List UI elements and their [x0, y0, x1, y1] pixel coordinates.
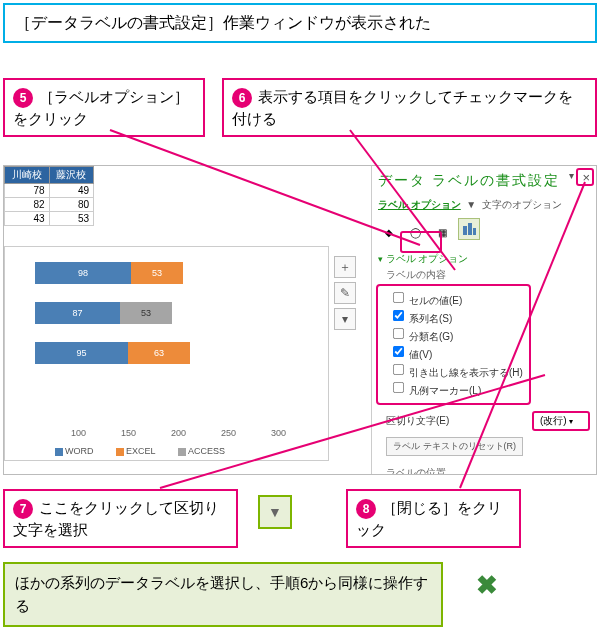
effects-icon[interactable]: ◯	[405, 222, 427, 244]
format-data-labels-pane: データ ラベルの書式設定 ▾ × ラベル オプション ▼ 文字のオプション ◆ …	[371, 166, 596, 474]
bar-segment-word: 95	[35, 342, 128, 364]
bar-row: 98 53	[35, 259, 328, 287]
size-props-icon[interactable]: ▦	[432, 222, 454, 244]
dropdown-icon: ▼	[258, 495, 292, 529]
chk-cell-value[interactable]: セルの値(E)	[392, 291, 523, 308]
axis-tick: 100	[71, 428, 86, 438]
callout-step-7: 7 ここをクリックして区切り文字を選択	[3, 489, 238, 548]
callout-pane-shown: ［データラベルの書式設定］作業ウィンドウが表示された	[3, 3, 597, 43]
callout-step-5: 5 ［ラベルオプション］をクリック	[3, 78, 205, 137]
chart-styles-button[interactable]: ✎	[334, 282, 356, 304]
section-label-options[interactable]: ラベル オプション	[378, 252, 590, 266]
callout-7-text: ここをクリックして区切り文字を選択	[13, 499, 219, 538]
cell[interactable]: 78	[5, 184, 50, 198]
svg-rect-2	[473, 228, 476, 235]
label-options-icon[interactable]	[458, 218, 480, 240]
callout-step-6: 6 表示する項目をクリックしてチェックマークを付ける	[222, 78, 597, 137]
bar-segment-excel: 63	[128, 342, 190, 364]
separator-dropdown[interactable]: (改行) ▾	[532, 411, 590, 431]
callout-6-text: 表示する項目をクリックしてチェックマークを付ける	[232, 88, 573, 127]
separator-label: 区切り文字(E)	[386, 414, 532, 428]
bar-row: 95 63	[35, 339, 328, 367]
col-header: 川崎校	[5, 167, 50, 184]
bar-segment-excel: 53	[131, 262, 183, 284]
cell[interactable]: 49	[49, 184, 94, 198]
legend-item: WORD	[65, 446, 94, 456]
chk-legend-key[interactable]: 凡例マーカー(L)	[392, 381, 523, 398]
callout-repeat-steps: ほかの系列のデータラベルを選択し、手順6から同様に操作する	[3, 562, 443, 627]
axis-tick: 250	[221, 428, 236, 438]
axis-tick: 300	[271, 428, 286, 438]
callout-step-8: 8 ［閉じる］をクリック	[346, 489, 521, 548]
chk-label: セルの値(E)	[409, 295, 462, 306]
bar-chart[interactable]: 98 53 87 53 95 63 100 150 200 250 300 WO…	[4, 246, 329, 461]
cell[interactable]: 82	[5, 198, 50, 212]
pane-tabs: ラベル オプション ▼ 文字のオプション	[378, 198, 590, 212]
chk-category-name[interactable]: 分類名(G)	[392, 327, 523, 344]
callout-5-text: ［ラベルオプション］をクリック	[13, 88, 189, 127]
callout-bottom-text: ほかの系列のデータラベルを選択し、手順6から同様に操作する	[15, 574, 428, 614]
close-icon: ✖	[470, 568, 504, 602]
separator-row: 区切り文字(E) (改行) ▾	[386, 411, 590, 431]
app-screenshot: 川崎校藤沢校 7849 8280 4353 98 53 87 53 95 63 …	[3, 165, 597, 475]
chk-value[interactable]: 値(V)	[392, 345, 523, 362]
cell[interactable]: 43	[5, 212, 50, 226]
cell[interactable]: 53	[49, 212, 94, 226]
chk-label: 引き出し線を表示する(H)	[409, 367, 523, 378]
chk-show-leader[interactable]: 引き出し線を表示する(H)	[392, 363, 523, 380]
badge-5: 5	[13, 88, 33, 108]
bar-segment-access: 53	[120, 302, 172, 324]
badge-8: 8	[356, 499, 376, 519]
group-label-position: ラベルの位置	[386, 466, 590, 476]
chart-filters-button[interactable]: ▾	[334, 308, 356, 330]
label-contents-group: セルの値(E) 系列名(S) 分類名(G) 値(V) 引き出し線を表示する(H)…	[376, 284, 531, 405]
legend-item: EXCEL	[126, 446, 156, 456]
svg-rect-0	[463, 226, 467, 235]
group-label-contents: ラベルの内容	[386, 268, 590, 282]
bar-segment-word: 87	[35, 302, 120, 324]
data-table: 川崎校藤沢校 7849 8280 4353	[4, 166, 94, 226]
chk-label: 系列名(S)	[409, 313, 452, 324]
chart-side-buttons: ＋ ✎ ▾	[334, 256, 358, 334]
reset-label-text-button[interactable]: ラベル テキストのリセット(R)	[386, 437, 523, 456]
fill-line-icon[interactable]: ◆	[378, 222, 400, 244]
axis-tick: 150	[121, 428, 136, 438]
badge-6: 6	[232, 88, 252, 108]
axis-tick: 200	[171, 428, 186, 438]
chk-label: 分類名(G)	[409, 331, 453, 342]
pane-title: データ ラベルの書式設定	[378, 170, 590, 192]
callout-8-text: ［閉じる］をクリック	[356, 499, 502, 538]
bar-row: 87 53	[35, 299, 328, 327]
callout-text: ［データラベルの書式設定］作業ウィンドウが表示された	[15, 14, 431, 31]
chk-label: 凡例マーカー(L)	[409, 385, 481, 396]
chk-label: 値(V)	[409, 349, 432, 360]
pane-close-button[interactable]: ×	[582, 170, 590, 185]
tab-label-options[interactable]: ラベル オプション	[378, 199, 461, 210]
cell[interactable]: 80	[49, 198, 94, 212]
chk-series-name[interactable]: 系列名(S)	[392, 309, 523, 326]
col-header: 藤沢校	[49, 167, 94, 184]
pane-category-icons: ◆ ◯ ▦	[378, 218, 590, 244]
separator-value: (改行)	[540, 415, 567, 426]
pane-menu-dropdown-icon[interactable]: ▾	[569, 170, 574, 181]
svg-rect-1	[468, 223, 472, 235]
badge-7: 7	[13, 499, 33, 519]
chart-legend: WORD EXCEL ACCESS	[55, 446, 245, 456]
bar-segment-word: 98	[35, 262, 131, 284]
chart-elements-button[interactable]: ＋	[334, 256, 356, 278]
tab-text-options[interactable]: 文字のオプション	[482, 199, 562, 210]
worksheet-cells: 川崎校藤沢校 7849 8280 4353	[4, 166, 94, 226]
legend-item: ACCESS	[188, 446, 225, 456]
